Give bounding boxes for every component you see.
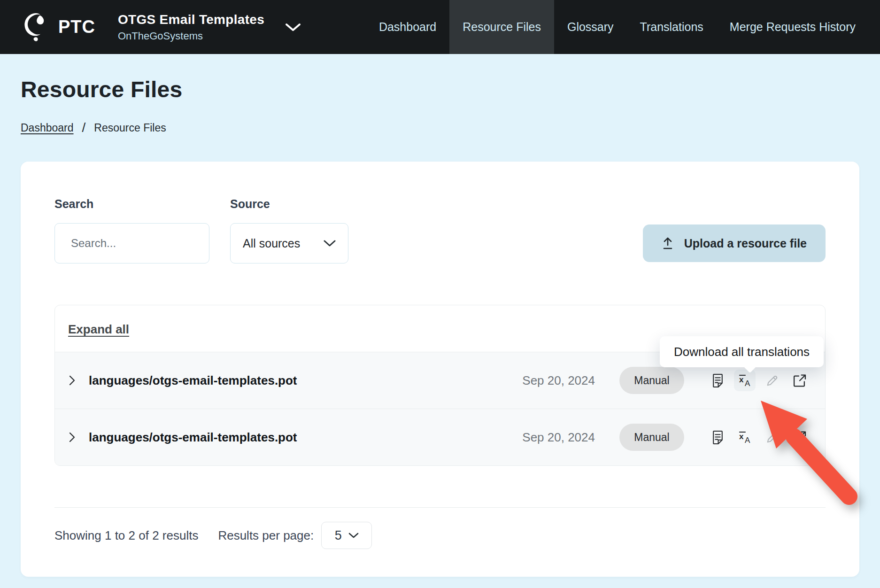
file-date: Sep 20, 2024 (522, 430, 595, 445)
source-label: Source (230, 197, 348, 211)
svg-text:x: x (739, 375, 744, 384)
nav-item-glossary[interactable]: Glossary (554, 0, 627, 54)
per-page-label: Results per page: (218, 528, 314, 543)
source-select-value: All sources (243, 237, 300, 250)
search-input[interactable] (54, 223, 209, 263)
chevron-right-icon[interactable] (69, 375, 85, 386)
chevron-down-icon (348, 532, 359, 539)
breadcrumb: Dashboard / Resource Files (21, 120, 859, 135)
results-summary: Showing 1 to 2 of 2 results (54, 528, 198, 543)
source-field-group: Source All sources (230, 197, 348, 263)
divider (54, 507, 826, 508)
chevron-down-icon (324, 240, 336, 247)
nav-item-resource-files[interactable]: Resource Files (449, 0, 554, 54)
edit-icon[interactable] (761, 370, 783, 391)
page-title: Resource Files (21, 77, 859, 102)
project-name: OTGS Email Templates (118, 12, 273, 27)
resource-file-list: Expand all languages/otgs-email-template… (54, 305, 826, 466)
main-content: Resource Files Dashboard / Resource File… (0, 54, 880, 577)
top-nav: PTC OTGS Email Templates OnTheGoSystems … (0, 0, 880, 54)
main-nav: Dashboard Resource Files Glossary Transl… (366, 0, 869, 54)
tooltip-text: Download all translations (674, 345, 810, 359)
edit-icon[interactable] (761, 426, 783, 448)
ptc-logo-icon (23, 10, 50, 44)
results-per-page-select[interactable]: 5 (321, 522, 372, 549)
file-name: languages/otgs-email-templates.pot (89, 373, 522, 388)
open-external-icon[interactable] (788, 370, 810, 391)
chevron-down-icon[interactable] (285, 0, 301, 54)
source-select[interactable]: All sources (230, 223, 348, 263)
nav-item-dashboard[interactable]: Dashboard (366, 0, 449, 54)
status-badge: Manual (619, 424, 684, 451)
upload-resource-file-button[interactable]: Upload a resource file (643, 224, 826, 262)
search-label: Search (54, 197, 209, 211)
nav-item-translations[interactable]: Translations (627, 0, 717, 54)
svg-text:A: A (745, 436, 750, 445)
filters-bar: Search Source All sources (54, 197, 826, 263)
table-row[interactable]: languages/otgs-email-templates.pot Sep 2… (55, 409, 825, 465)
expand-all-link[interactable]: Expand all (68, 322, 129, 336)
svg-text:A: A (745, 379, 750, 388)
breadcrumb-current: Resource Files (94, 122, 166, 134)
notes-icon[interactable] (707, 370, 728, 391)
file-name: languages/otgs-email-templates.pot (89, 430, 522, 445)
project-selector[interactable]: OTGS Email Templates OnTheGoSystems (118, 0, 273, 54)
status-badge: Manual (619, 367, 684, 394)
brand-name: PTC (58, 17, 95, 37)
translate-icon[interactable]: x A (734, 370, 756, 391)
notes-icon[interactable] (707, 426, 728, 448)
pagination-bar: Showing 1 to 2 of 2 results Results per … (54, 522, 826, 549)
nav-item-merge-requests-history[interactable]: Merge Requests History (717, 0, 869, 54)
upload-icon (662, 237, 674, 250)
resource-files-card: Search Source All sources (21, 162, 859, 577)
breadcrumb-separator: / (82, 120, 86, 135)
open-external-icon[interactable] (788, 426, 810, 448)
project-org: OnTheGoSystems (118, 30, 273, 42)
search-field-group: Search (54, 197, 209, 263)
brand: PTC (23, 0, 95, 54)
file-date: Sep 20, 2024 (522, 373, 595, 388)
per-page-value: 5 (335, 528, 342, 543)
tooltip-download-all-translations: Download all translations (660, 336, 824, 367)
row-actions: x A (707, 370, 810, 391)
upload-button-label: Upload a resource file (684, 237, 807, 250)
translate-icon[interactable]: x A (734, 426, 756, 448)
breadcrumb-dashboard-link[interactable]: Dashboard (21, 122, 74, 134)
chevron-right-icon[interactable] (69, 432, 85, 442)
svg-text:x: x (739, 432, 744, 441)
row-actions: x A (707, 426, 810, 448)
